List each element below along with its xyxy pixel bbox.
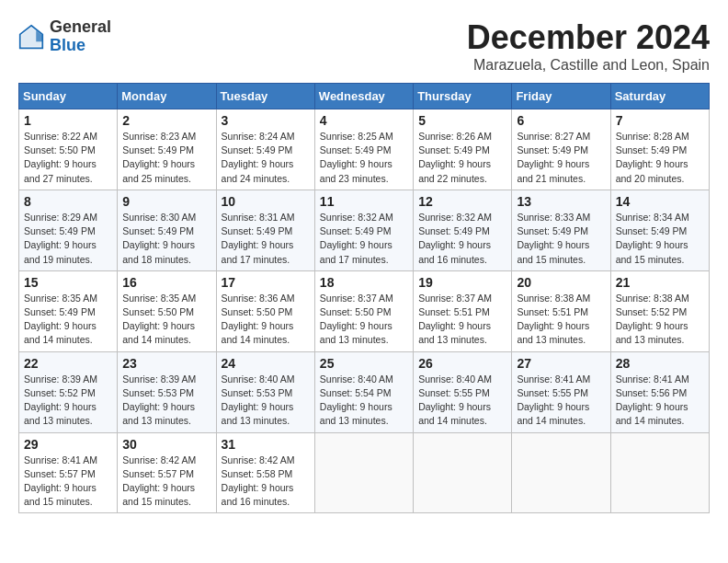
day-info: Sunrise: 8:37 AMSunset: 5:51 PMDaylight:… [418, 292, 506, 348]
day-info: Sunrise: 8:38 AMSunset: 5:51 PMDaylight:… [517, 292, 605, 348]
calendar-cell: 16Sunrise: 8:35 AMSunset: 5:50 PMDayligh… [118, 270, 216, 351]
day-number: 31 [222, 437, 310, 452]
day-info: Sunrise: 8:36 AMSunset: 5:50 PMDaylight:… [222, 292, 310, 348]
day-info: Sunrise: 8:39 AMSunset: 5:53 PMDaylight:… [122, 373, 210, 429]
logo-icon [18, 24, 44, 50]
calendar-cell: 14Sunrise: 8:34 AMSunset: 5:49 PMDayligh… [610, 190, 709, 270]
day-number: 29 [24, 437, 112, 452]
calendar-cell [414, 432, 512, 513]
logo: General Blue [18, 18, 111, 55]
calendar-cell: 25Sunrise: 8:40 AMSunset: 5:54 PMDayligh… [314, 351, 413, 432]
day-info: Sunrise: 8:24 AMSunset: 5:49 PMDaylight:… [222, 130, 310, 186]
day-info: Sunrise: 8:41 AMSunset: 5:57 PMDaylight:… [24, 454, 112, 510]
day-info: Sunrise: 8:40 AMSunset: 5:53 PMDaylight:… [222, 373, 310, 429]
calendar-cell: 29Sunrise: 8:41 AMSunset: 5:57 PMDayligh… [19, 432, 118, 513]
day-number: 23 [122, 356, 210, 371]
day-info: Sunrise: 8:25 AMSunset: 5:49 PMDaylight:… [320, 130, 408, 186]
day-info: Sunrise: 8:33 AMSunset: 5:49 PMDaylight:… [517, 211, 605, 267]
day-info: Sunrise: 8:42 AMSunset: 5:58 PMDaylight:… [222, 454, 310, 510]
calendar-cell: 19Sunrise: 8:37 AMSunset: 5:51 PMDayligh… [414, 270, 512, 351]
weekday-header-monday: Monday [118, 84, 216, 109]
weekday-header-tuesday: Tuesday [216, 84, 314, 109]
day-number: 18 [320, 275, 408, 290]
calendar-cell: 28Sunrise: 8:41 AMSunset: 5:56 PMDayligh… [610, 351, 709, 432]
day-info: Sunrise: 8:35 AMSunset: 5:49 PMDaylight:… [24, 292, 112, 348]
day-number: 5 [418, 113, 506, 128]
day-info: Sunrise: 8:37 AMSunset: 5:50 PMDaylight:… [320, 292, 408, 348]
title-area: December 2024 Marazuela, Castille and Le… [467, 18, 710, 74]
day-info: Sunrise: 8:40 AMSunset: 5:55 PMDaylight:… [418, 373, 506, 429]
day-number: 12 [418, 194, 506, 209]
day-info: Sunrise: 8:35 AMSunset: 5:50 PMDaylight:… [122, 292, 210, 348]
day-number: 25 [320, 356, 408, 371]
day-number: 7 [616, 113, 704, 128]
day-number: 30 [122, 437, 210, 452]
day-number: 1 [24, 113, 112, 128]
calendar-cell: 10Sunrise: 8:31 AMSunset: 5:49 PMDayligh… [216, 190, 314, 270]
calendar-cell: 3Sunrise: 8:24 AMSunset: 5:49 PMDaylight… [216, 109, 314, 190]
day-info: Sunrise: 8:42 AMSunset: 5:57 PMDaylight:… [122, 454, 210, 510]
calendar-cell [512, 432, 610, 513]
calendar-cell: 8Sunrise: 8:29 AMSunset: 5:49 PMDaylight… [19, 190, 118, 270]
day-info: Sunrise: 8:30 AMSunset: 5:49 PMDaylight:… [122, 211, 210, 267]
day-number: 17 [222, 275, 310, 290]
day-info: Sunrise: 8:29 AMSunset: 5:49 PMDaylight:… [24, 211, 112, 267]
calendar-week-2: 8Sunrise: 8:29 AMSunset: 5:49 PMDaylight… [19, 190, 710, 270]
calendar-cell: 15Sunrise: 8:35 AMSunset: 5:49 PMDayligh… [19, 270, 118, 351]
day-number: 20 [517, 275, 605, 290]
day-number: 9 [122, 194, 210, 209]
day-info: Sunrise: 8:22 AMSunset: 5:50 PMDaylight:… [24, 130, 112, 186]
day-number: 4 [320, 113, 408, 128]
calendar-cell: 7Sunrise: 8:28 AMSunset: 5:49 PMDaylight… [610, 109, 709, 190]
calendar-week-4: 22Sunrise: 8:39 AMSunset: 5:52 PMDayligh… [19, 351, 710, 432]
calendar-week-3: 15Sunrise: 8:35 AMSunset: 5:49 PMDayligh… [19, 270, 710, 351]
calendar-week-1: 1Sunrise: 8:22 AMSunset: 5:50 PMDaylight… [19, 109, 710, 190]
calendar-cell: 18Sunrise: 8:37 AMSunset: 5:50 PMDayligh… [314, 270, 413, 351]
calendar-cell: 5Sunrise: 8:26 AMSunset: 5:49 PMDaylight… [414, 109, 512, 190]
day-number: 3 [222, 113, 310, 128]
day-number: 11 [320, 194, 408, 209]
weekday-header-friday: Friday [512, 84, 610, 109]
day-number: 13 [517, 194, 605, 209]
calendar-cell: 12Sunrise: 8:32 AMSunset: 5:49 PMDayligh… [414, 190, 512, 270]
calendar-cell: 30Sunrise: 8:42 AMSunset: 5:57 PMDayligh… [118, 432, 216, 513]
calendar-cell: 9Sunrise: 8:30 AMSunset: 5:49 PMDaylight… [118, 190, 216, 270]
calendar-cell [610, 432, 709, 513]
calendar-cell: 4Sunrise: 8:25 AMSunset: 5:49 PMDaylight… [314, 109, 413, 190]
day-info: Sunrise: 8:26 AMSunset: 5:49 PMDaylight:… [418, 130, 506, 186]
calendar: SundayMondayTuesdayWednesdayThursdayFrid… [18, 83, 710, 513]
calendar-cell: 24Sunrise: 8:40 AMSunset: 5:53 PMDayligh… [216, 351, 314, 432]
calendar-cell: 23Sunrise: 8:39 AMSunset: 5:53 PMDayligh… [118, 351, 216, 432]
day-number: 19 [418, 275, 506, 290]
day-info: Sunrise: 8:32 AMSunset: 5:49 PMDaylight:… [418, 211, 506, 267]
calendar-cell: 31Sunrise: 8:42 AMSunset: 5:58 PMDayligh… [216, 432, 314, 513]
day-number: 21 [616, 275, 704, 290]
calendar-cell: 20Sunrise: 8:38 AMSunset: 5:51 PMDayligh… [512, 270, 610, 351]
calendar-cell: 13Sunrise: 8:33 AMSunset: 5:49 PMDayligh… [512, 190, 610, 270]
calendar-cell: 6Sunrise: 8:27 AMSunset: 5:49 PMDaylight… [512, 109, 610, 190]
day-number: 28 [616, 356, 704, 371]
day-number: 10 [222, 194, 310, 209]
calendar-cell: 22Sunrise: 8:39 AMSunset: 5:52 PMDayligh… [19, 351, 118, 432]
day-info: Sunrise: 8:31 AMSunset: 5:49 PMDaylight:… [222, 211, 310, 267]
day-number: 14 [616, 194, 704, 209]
calendar-week-5: 29Sunrise: 8:41 AMSunset: 5:57 PMDayligh… [19, 432, 710, 513]
header: General Blue December 2024 Marazuela, Ca… [18, 18, 710, 74]
calendar-cell: 27Sunrise: 8:41 AMSunset: 5:55 PMDayligh… [512, 351, 610, 432]
weekday-header-sunday: Sunday [19, 84, 118, 109]
weekday-header-wednesday: Wednesday [314, 84, 413, 109]
weekday-header-thursday: Thursday [414, 84, 512, 109]
day-number: 8 [24, 194, 112, 209]
logo-text: General Blue [50, 18, 111, 55]
calendar-cell: 2Sunrise: 8:23 AMSunset: 5:49 PMDaylight… [118, 109, 216, 190]
calendar-cell: 21Sunrise: 8:38 AMSunset: 5:52 PMDayligh… [610, 270, 709, 351]
day-number: 16 [122, 275, 210, 290]
day-info: Sunrise: 8:38 AMSunset: 5:52 PMDaylight:… [616, 292, 704, 348]
day-number: 15 [24, 275, 112, 290]
location-subtitle: Marazuela, Castille and Leon, Spain [467, 57, 710, 74]
day-info: Sunrise: 8:27 AMSunset: 5:49 PMDaylight:… [517, 130, 605, 186]
day-info: Sunrise: 8:39 AMSunset: 5:52 PMDaylight:… [24, 373, 112, 429]
day-number: 24 [222, 356, 310, 371]
day-number: 6 [517, 113, 605, 128]
day-info: Sunrise: 8:23 AMSunset: 5:49 PMDaylight:… [122, 130, 210, 186]
